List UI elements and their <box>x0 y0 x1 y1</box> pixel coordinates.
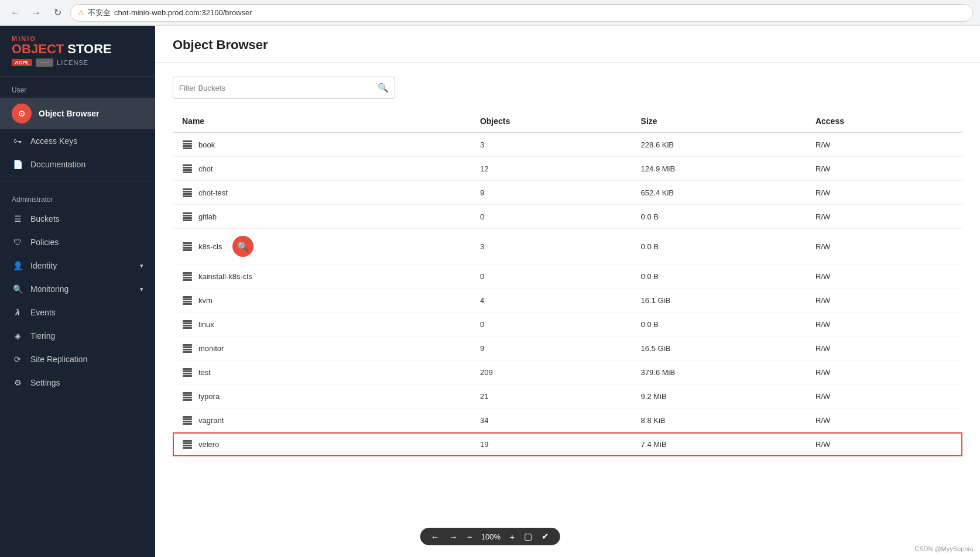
svg-rect-14 <box>183 212 192 214</box>
main-content: Object Browser 🔍 Name Objects Size Acces… <box>155 26 980 557</box>
sidebar-item-access-keys[interactable]: 🗝 Access Keys <box>0 129 155 153</box>
svg-rect-43 <box>183 394 192 396</box>
zoom-back-btn[interactable]: ← <box>429 532 442 542</box>
zoom-out-btn[interactable]: − <box>465 532 475 542</box>
zoom-in-btn[interactable]: + <box>508 532 518 542</box>
table-row[interactable]: kvm416.1 GiBR/W <box>173 288 962 312</box>
svg-rect-53 <box>183 447 192 449</box>
user-section-label: User <box>0 77 155 98</box>
bucket-name-text: chot-test <box>198 188 228 197</box>
svg-rect-10 <box>183 188 192 190</box>
table-row[interactable]: gitlab00.0 BR/W <box>173 205 962 229</box>
bucket-access: R/W <box>806 432 962 456</box>
bucket-name-cell: vagrant <box>173 408 471 432</box>
svg-rect-11 <box>183 191 192 192</box>
svg-rect-23 <box>183 274 192 276</box>
table-row[interactable]: linux00.0 BR/W <box>173 312 962 336</box>
bucket-size: 8.8 KiB <box>632 408 806 432</box>
zoom-fit-btn[interactable]: ▢ <box>522 531 534 542</box>
svg-rect-34 <box>183 344 192 346</box>
table-row[interactable]: chot12124.9 MiBR/W <box>173 157 962 181</box>
svg-rect-47 <box>183 418 192 420</box>
documentation-icon: 📄 <box>12 159 23 170</box>
filter-input-wrapper: 🔍 <box>173 77 395 99</box>
table-row[interactable]: velero197.4 MiBR/W <box>173 432 962 456</box>
forward-button[interactable]: → <box>28 5 44 21</box>
bucket-name-cell: monitor <box>173 336 471 360</box>
sidebar-item-documentation[interactable]: 📄 Documentation <box>0 153 155 176</box>
bucket-objects-count: 3 <box>471 132 632 157</box>
reload-button[interactable]: ↻ <box>49 5 66 21</box>
svg-rect-8 <box>183 169 192 171</box>
svg-rect-38 <box>183 368 192 370</box>
sidebar-item-policies[interactable]: 🛡 Policies <box>0 231 155 254</box>
bucket-objects-count: 34 <box>471 408 632 432</box>
bucket-name-text: vagrant <box>198 416 224 425</box>
table-row[interactable]: test209379.6 MiBR/W <box>173 360 962 384</box>
bucket-access: R/W <box>806 312 962 336</box>
svg-rect-26 <box>183 296 192 298</box>
svg-rect-7 <box>183 167 192 169</box>
sidebar-item-label: Identity <box>30 261 57 270</box>
bucket-size: 0.0 B <box>632 229 806 264</box>
logo-area: MINIO OBJECT STORE AGPL ~~~~ LICENSE <box>0 26 155 77</box>
table-row[interactable]: typora219.2 MiBR/W <box>173 384 962 408</box>
zoom-bar: ← → − 100% + ▢ ✔ <box>420 528 560 545</box>
address-bar: ⚠ 不安全 chot-minio-web.prod.com:32100/brow… <box>70 4 973 22</box>
svg-rect-39 <box>183 370 192 372</box>
page-title: Object Browser <box>173 37 962 53</box>
tiering-icon: ◈ <box>12 330 23 342</box>
bucket-objects-count: 0 <box>471 205 632 229</box>
bucket-icon <box>182 212 193 221</box>
security-label: 不安全 <box>88 8 111 18</box>
sidebar-item-site-replication[interactable]: ⟳ Site Replication <box>0 348 155 371</box>
bucket-name-cell: typora <box>173 384 471 408</box>
sidebar-item-monitoring[interactable]: 🔍 Monitoring ▾ <box>0 277 155 301</box>
search-fab-button[interactable]: 🔍 <box>232 236 253 257</box>
bucket-size: 0.0 B <box>632 205 806 229</box>
svg-rect-24 <box>183 277 192 278</box>
bucket-name-cell: chot <box>173 157 471 181</box>
bucket-access: R/W <box>806 132 962 157</box>
svg-rect-52 <box>183 445 192 446</box>
bucket-size: 228.6 KiB <box>632 132 806 157</box>
filter-buckets-input[interactable] <box>179 84 378 92</box>
bucket-access: R/W <box>806 181 962 205</box>
zoom-expand-btn[interactable]: ✔ <box>539 531 551 542</box>
sidebar-item-identity[interactable]: 👤 Identity ▾ <box>0 254 155 277</box>
zoom-forward-btn[interactable]: → <box>447 532 460 542</box>
svg-rect-20 <box>183 247 192 249</box>
table-row[interactable]: book3228.6 KiBR/W <box>173 132 962 157</box>
back-button[interactable]: ← <box>7 5 23 21</box>
bucket-access: R/W <box>806 408 962 432</box>
bucket-size: 652.4 KiB <box>632 181 806 205</box>
settings-icon: ⚙ <box>12 377 23 388</box>
sidebar-item-buckets[interactable]: ☰ Buckets <box>0 207 155 231</box>
sidebar-item-label: Documentation <box>30 160 85 169</box>
svg-rect-28 <box>183 301 192 302</box>
bucket-objects-count: 21 <box>471 384 632 408</box>
bucket-name-text: test <box>198 368 211 377</box>
bucket-objects-count: 3 <box>471 229 632 264</box>
bucket-name-cell: test <box>173 360 471 384</box>
bucket-access: R/W <box>806 264 962 288</box>
table-row[interactable]: vagrant348.8 KiBR/W <box>173 408 962 432</box>
table-row[interactable]: k8s-cls🔍30.0 BR/W <box>173 229 962 264</box>
table-row[interactable]: monitor916.5 GiBR/W <box>173 336 962 360</box>
sidebar-item-settings[interactable]: ⚙ Settings <box>0 371 155 394</box>
sidebar: MINIO OBJECT STORE AGPL ~~~~ LICENSE Use… <box>0 26 155 557</box>
bucket-size: 9.2 MiB <box>632 384 806 408</box>
bucket-name-text: typora <box>198 392 220 401</box>
sidebar-item-events[interactable]: λ Events <box>0 301 155 324</box>
sidebar-item-tiering[interactable]: ◈ Tiering <box>0 324 155 348</box>
policies-icon: 🛡 <box>12 236 23 248</box>
bucket-size: 379.6 MiB <box>632 360 806 384</box>
table-row[interactable]: kainstall-k8s-cls00.0 BR/W <box>173 264 962 288</box>
bucket-access: R/W <box>806 229 962 264</box>
bucket-icon <box>182 391 193 401</box>
identity-chevron: ▾ <box>140 262 143 270</box>
table-row[interactable]: chot-test9652.4 KiBR/W <box>173 181 962 205</box>
sidebar-item-object-browser[interactable]: ⊙ Object Browser <box>0 98 155 129</box>
bucket-access: R/W <box>806 384 962 408</box>
bucket-icon <box>182 140 193 149</box>
